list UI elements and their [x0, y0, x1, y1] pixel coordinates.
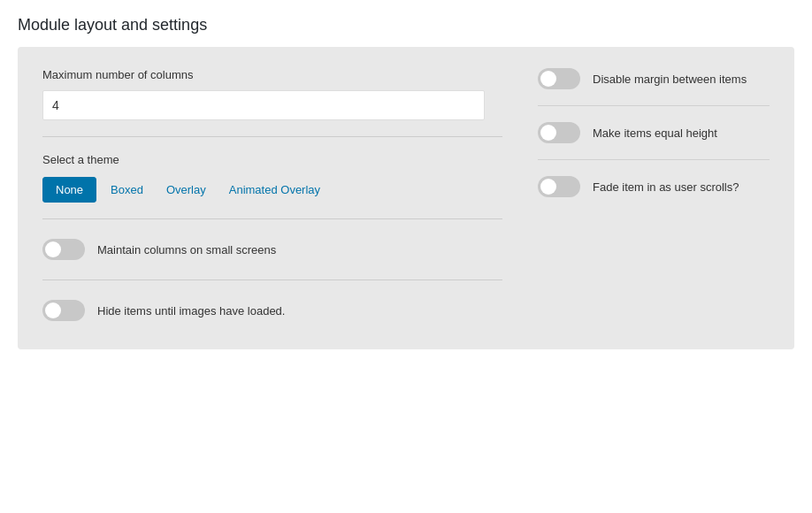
equal-height-label: Make items equal height [593, 126, 717, 140]
hide-items-label: Hide items until images have loaded. [97, 304, 285, 318]
theme-overlay-button[interactable]: Overlay [157, 177, 215, 203]
fade-item-slider [538, 176, 580, 197]
settings-panel: Maximum number of columns Select a theme… [18, 47, 794, 349]
maintain-columns-row: Maintain columns on small screens [42, 235, 502, 264]
disable-margin-slider [538, 68, 580, 89]
left-column: Maximum number of columns Select a theme… [42, 68, 538, 325]
right-column: Disable margin between items Make items … [538, 68, 770, 325]
disable-margin-label: Disable margin between items [593, 73, 747, 86]
max-columns-label: Maximum number of columns [42, 68, 502, 81]
equal-height-row: Make items equal height [538, 106, 770, 160]
max-columns-input[interactable] [42, 90, 485, 120]
theme-boxed-button[interactable]: Boxed [102, 177, 152, 203]
equal-height-toggle[interactable] [538, 122, 580, 143]
disable-margin-row: Disable margin between items [538, 68, 770, 106]
select-theme-label: Select a theme [42, 153, 502, 166]
divider-3 [42, 279, 502, 280]
divider-1 [42, 136, 502, 137]
theme-buttons: None Boxed Overlay Animated Overlay [42, 177, 502, 203]
maintain-columns-toggle[interactable] [42, 239, 85, 260]
divider-2 [42, 218, 502, 219]
hide-items-row: Hide items until images have loaded. [42, 296, 502, 325]
disable-margin-toggle[interactable] [538, 68, 580, 89]
fade-item-label: Fade item in as user scrolls? [593, 180, 739, 194]
theme-animated-overlay-button[interactable]: Animated Overlay [220, 177, 329, 203]
maintain-columns-label: Maintain columns on small screens [97, 243, 276, 256]
hide-items-toggle[interactable] [42, 300, 85, 321]
fade-item-toggle[interactable] [538, 176, 580, 197]
equal-height-slider [538, 122, 580, 143]
page-title: Module layout and settings [0, 0, 812, 47]
theme-none-button[interactable]: None [42, 177, 96, 203]
maintain-columns-slider [42, 239, 85, 260]
hide-items-slider [42, 300, 85, 321]
fade-item-row: Fade item in as user scrolls? [538, 160, 770, 213]
